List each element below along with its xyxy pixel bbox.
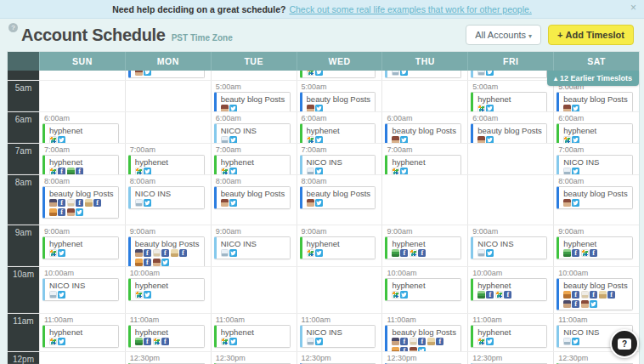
schedule-cell: 10:00amhyphenetff [467,267,553,313]
timeslot-card[interactable]: hyphenetff [471,278,547,301]
schedule-cell: 9:00amNICO INS [211,225,297,266]
facebook-icon: f [436,338,443,345]
timeslot-card[interactable]: beauty blog Posts [556,186,633,209]
timeslot-card[interactable]: NICO INS [214,236,291,259]
schedule-cell: 8:00ambeauty blog Posts [211,175,297,225]
timeslot-card[interactable]: beauty blog Posts [214,186,291,209]
slot-time: 5:00am [472,82,553,91]
slot-time: 11:00am [472,316,553,324]
banner-text: Need help deciding on a great schedule? [112,4,285,14]
timeslot-card[interactable]: hyphenetff [385,236,461,259]
icon-pair [221,168,237,174]
slot-time: 10:00am [472,269,553,277]
timeslot-card[interactable]: beauty blog Posts [300,92,376,111]
timeslot-card[interactable]: beauty blog Postsffff [42,186,119,219]
slot-time: 9:00am [44,227,125,236]
nico-avatar-icon [307,338,314,345]
timeslot-card[interactable]: hyphenet [42,123,119,143]
timeslot-card[interactable]: hyphenet [385,155,461,174]
timeslot-card[interactable]: hyphenet [385,278,461,301]
timeslot-card[interactable]: beauty blog Posts [556,92,633,111]
help-chat-button[interactable]: ? [610,329,639,358]
hyphenet-logo-icon [49,136,57,143]
timeslot-card[interactable]: hyphenet [556,123,633,143]
schedule-cell: 8:00amNICO INS [125,175,211,225]
schedule-cell [297,71,382,80]
facebook-icon: f [504,291,511,299]
icon-pair: f [392,347,408,351]
timeslot-card[interactable]: hyphenet [214,155,291,174]
icon-pair [477,136,494,143]
timeslot-card[interactable]: hyphenet [42,325,119,348]
timeslot-card[interactable]: beauty blog Postsffff [385,325,461,351]
schedule-cell [125,71,211,80]
timeslot-card[interactable]: NICO INS [556,155,633,174]
nico-avatar-icon [221,249,229,257]
timeslot-card-partial[interactable] [128,71,205,78]
schedule-row: 8am8:00ambeauty blog Postsffff8:00amNICO… [8,175,639,225]
icon-pair [392,71,408,76]
green-logo-icon [67,168,75,174]
twitter-icon [486,136,494,143]
timeslot-card[interactable]: NICO INS [214,123,291,143]
timeslot-card[interactable]: beauty blog Postsffff [556,278,633,310]
timeslot-card[interactable]: hyphenetff [556,236,633,259]
card-icons [477,338,544,345]
timeslot-card[interactable]: hyphenet [128,278,205,301]
timeslot-card[interactable]: hyphenet [214,325,291,348]
card-icons [221,338,287,345]
icon-pair [477,71,494,76]
card-icons [307,338,373,345]
slot-time: 8:00am [216,177,297,185]
schedule-cell: 12:30pm [211,352,297,364]
accounts-dropdown[interactable]: All Accounts▾ [466,25,541,45]
facebook-icon: f [400,249,408,257]
avatar-person-icon [563,105,571,111]
timeslot-card[interactable]: hyphenet [128,155,205,174]
schedule-cell: 12:30pm [297,352,382,364]
timeslot-account-name: beauty blog Posts [135,239,201,248]
timeslot-card[interactable]: beauty blog Posts [471,123,547,143]
timeslot-card[interactable]: hyphenetff [128,325,205,348]
schedule-row: 11am11:00amhyphenet11:00amhyphenetff11:0… [8,314,639,352]
facebook-icon: f [418,338,426,345]
timeslot-account-name: hyphenet [307,239,373,248]
timeslot-card[interactable]: hyphenet [42,236,119,259]
hyphenet-logo-icon [49,168,57,174]
timeslot-card-partial[interactable] [385,71,461,78]
schedule-cell: 12:30pm [125,352,211,364]
earlier-timeslots-button[interactable]: ▴12 Earlier Timeslots [547,71,639,86]
card-icons: ff [135,338,201,345]
timeslot-card[interactable]: NICO INS [42,278,119,301]
timeslot-card[interactable]: beauty blog Postsffff [128,236,205,266]
timeslot-card-partial[interactable] [471,71,547,78]
close-icon[interactable]: × [630,3,636,13]
card-icons [477,136,544,143]
schedule-cell: 5:00amhyphenet [467,81,553,111]
timeslot-card[interactable]: hyphenet [471,325,547,348]
timeslot-card[interactable]: beauty blog Posts [214,92,291,111]
schedule-cell: 11:00amhyphenet [467,314,553,351]
timeslot-card[interactable]: beauty blog Posts [385,123,461,143]
timeslot-card[interactable]: hyphenet [300,123,376,143]
avatar-person-icon [307,105,314,111]
icon-pair [135,168,151,174]
timeslot-card[interactable]: NICO INS [300,325,376,348]
timeslot-card[interactable]: hyphenet [471,92,547,111]
timeslot-card[interactable]: beauty blog Posts [300,186,376,209]
icon-pair: f [495,291,511,299]
schedule-row: 9am9:00amhyphenet9:00ambeauty blog Posts… [8,225,639,267]
timeslot-card-partial[interactable] [300,71,376,78]
help-icon[interactable]: ? [8,23,18,32]
timeslot-card[interactable]: hyphenetff [42,155,119,174]
banner-examples-link[interactable]: Check out some real life examples that w… [289,4,531,14]
timeslot-card[interactable]: NICO INS [128,186,205,209]
timeslot-card[interactable]: NICO INS [300,155,376,174]
icon-pair [221,249,237,257]
timeslot-card[interactable]: hyphenet [300,236,376,259]
add-timeslot-button[interactable]: +Add Timeslot [548,25,634,45]
icon-pair [307,249,323,257]
avatar-dark-icon [563,300,571,308]
timeslot-card[interactable]: NICO INS [471,236,547,259]
card-icons [135,291,201,299]
